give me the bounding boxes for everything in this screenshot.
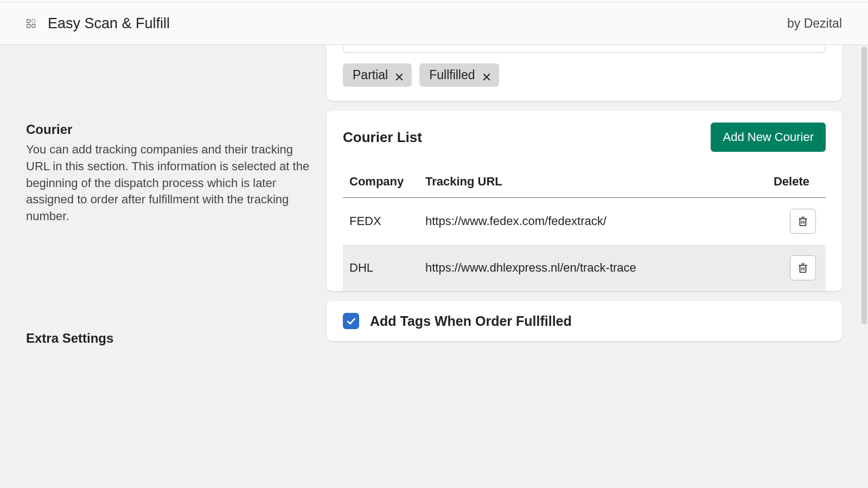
col-tracking-url: Tracking URL (419, 166, 766, 198)
svg-rect-0 (27, 19, 30, 22)
courier-list-header: Courier List Add New Courier (343, 123, 826, 152)
tag-chip-fullfilled: Fullfilled (419, 63, 499, 87)
cell-company: DHL (343, 245, 419, 291)
courier-section-info: Courier You can add tracking companies a… (26, 122, 327, 225)
tag-chip-partial: Partial (343, 63, 412, 87)
svg-rect-3 (32, 24, 35, 27)
svg-rect-1 (32, 19, 35, 22)
courier-section-description: You can add tracking companies and their… (26, 142, 312, 225)
col-company: Company (343, 166, 419, 198)
courier-list-card: Courier List Add New Courier Company Tra… (327, 111, 842, 291)
add-tags-label: Add Tags When Order Fullfilled (370, 313, 572, 329)
cell-company: FEDX (343, 198, 419, 245)
app-header: Easy Scan & Fulfill by Dezital (0, 3, 868, 45)
tag-chip-row: Partial Fullfilled (343, 63, 826, 87)
tag-label: Fullfilled (429, 68, 475, 82)
vendor-label: by Dezital (787, 16, 842, 31)
apps-grid-icon[interactable] (26, 18, 37, 29)
extra-settings-section-info: Extra Settings (26, 225, 327, 346)
svg-rect-2 (27, 24, 30, 27)
delete-courier-button[interactable] (790, 255, 816, 280)
scrollbar-thumb[interactable] (861, 47, 867, 324)
tag-label: Partial (353, 68, 388, 82)
tag-input[interactable] (343, 45, 826, 53)
extra-settings-title: Extra Settings (26, 331, 327, 346)
close-icon[interactable] (394, 70, 404, 80)
courier-section-title: Courier (26, 122, 327, 137)
col-delete: Delete (766, 166, 826, 198)
courier-list-title: Courier List (343, 129, 422, 146)
cell-url: https://www.fedex.com/fedextrack/ (419, 198, 766, 245)
extra-settings-card: Add Tags When Order Fullfilled (327, 301, 842, 341)
tags-card: Partial Fullfilled (327, 45, 842, 101)
delete-courier-button[interactable] (790, 209, 816, 234)
table-row: DHL https://www.dhlexpress.nl/en/track-t… (343, 245, 826, 291)
close-icon[interactable] (482, 70, 492, 80)
courier-table: Company Tracking URL Delete FEDX https:/… (343, 166, 826, 291)
app-title: Easy Scan & Fulfill (48, 15, 170, 32)
cell-url: https://www.dhlexpress.nl/en/track-trace (419, 245, 766, 291)
add-new-courier-button[interactable]: Add New Courier (711, 123, 826, 152)
table-row: FEDX https://www.fedex.com/fedextrack/ (343, 198, 826, 245)
add-tags-checkbox[interactable] (343, 313, 359, 329)
header-left: Easy Scan & Fulfill (26, 15, 170, 32)
